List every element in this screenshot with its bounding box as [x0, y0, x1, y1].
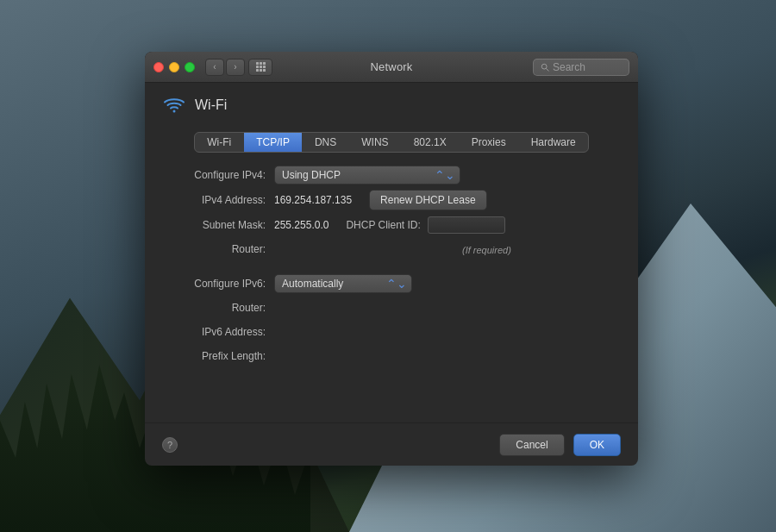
dhcp-client-id-input[interactable] [428, 216, 505, 234]
dhcp-client-id-label: DHCP Client ID: [346, 219, 420, 231]
traffic-lights [153, 62, 195, 72]
wifi-icon [162, 96, 186, 115]
tcpip-form: Configure IPv4: Using DHCP Manually Usin… [162, 163, 621, 410]
window-title: Network [370, 60, 412, 73]
configure-ipv4-row: Configure IPv4: Using DHCP Manually Usin… [162, 163, 621, 187]
help-button[interactable]: ? [162, 437, 178, 453]
search-input[interactable] [553, 61, 622, 73]
maximize-button[interactable] [185, 62, 195, 72]
configure-ipv6-row: Configure IPv6: Automatically Manually O… [162, 272, 621, 296]
ok-button[interactable]: OK [573, 434, 621, 456]
search-icon [541, 63, 549, 72]
forward-button[interactable]: › [226, 59, 245, 76]
if-required-text: (If required) [462, 245, 511, 255]
nav-buttons: ‹ › [205, 59, 272, 76]
network-preferences-window: ‹ › Network [145, 52, 638, 466]
tab-bar: Wi-Fi TCP/IP DNS WINS 802.1X Proxies Har… [194, 132, 588, 153]
configure-ipv6-select[interactable]: Automatically Manually Off Link-local on… [274, 274, 412, 293]
grid-button[interactable] [248, 59, 272, 76]
tab-wins[interactable]: WINS [349, 133, 400, 152]
prefix-length-label: Prefix Length: [162, 350, 274, 362]
minimize-button[interactable] [169, 62, 179, 72]
ipv4-address-label: IPv4 Address: [162, 194, 274, 206]
tab-hardware[interactable]: Hardware [519, 133, 588, 152]
tab-proxies[interactable]: Proxies [460, 133, 518, 152]
ipv4-address-row: IPv4 Address: 169.254.187.135 Renew DHCP… [162, 187, 621, 213]
close-button[interactable] [153, 62, 164, 72]
tab-8021x[interactable]: 802.1X [402, 133, 459, 152]
subnet-mask-row: Subnet Mask: 255.255.0.0 DHCP Client ID: [162, 213, 621, 237]
configure-ipv4-select[interactable]: Using DHCP Manually Using DHCP with manu… [274, 166, 460, 185]
configure-ipv6-select-wrapper: Automatically Manually Off Link-local on… [274, 274, 412, 293]
ipv6-address-row: IPv6 Address: [162, 320, 621, 344]
tab-dns[interactable]: DNS [303, 133, 348, 152]
configure-ipv6-label: Configure IPv6: [162, 278, 274, 290]
title-bar: ‹ › Network [145, 52, 638, 83]
cancel-button[interactable]: Cancel [499, 434, 564, 456]
ipv4-address-value: 169.254.187.135 [274, 194, 352, 206]
prefix-length-row: Prefix Length: [162, 344, 621, 368]
router6-label: Router: [162, 302, 274, 314]
subnet-mask-label: Subnet Mask: [162, 219, 274, 231]
configure-ipv4-label: Configure IPv4: [162, 169, 274, 181]
configure-ipv4-select-wrapper: Using DHCP Manually Using DHCP with manu… [274, 166, 460, 185]
tab-wifi[interactable]: Wi-Fi [195, 133, 243, 152]
content-area: Wi-Fi Wi-Fi TCP/IP DNS WINS 802.1X Proxi… [145, 83, 638, 422]
router6-row: Router: [162, 296, 621, 320]
bottom-buttons: Cancel OK [499, 434, 621, 456]
router-label: Router: [162, 243, 274, 255]
bottom-bar: ? Cancel OK [145, 422, 638, 466]
tab-tcpip[interactable]: TCP/IP [244, 133, 302, 152]
router-row: Router: (If required) [162, 237, 621, 261]
grid-icon [256, 62, 266, 72]
ipv6-address-label: IPv6 Address: [162, 326, 274, 338]
search-box[interactable] [533, 59, 629, 76]
renew-dhcp-lease-button[interactable]: Renew DHCP Lease [369, 190, 487, 210]
divider [162, 261, 621, 272]
subnet-mask-value: 255.255.0.0 [274, 219, 329, 231]
svg-line-1 [547, 68, 549, 71]
wifi-header: Wi-Fi [162, 96, 621, 122]
dhcp-client-id-section: DHCP Client ID: [346, 216, 504, 234]
wifi-section-label: Wi-Fi [195, 97, 227, 113]
back-button[interactable]: ‹ [205, 59, 224, 76]
